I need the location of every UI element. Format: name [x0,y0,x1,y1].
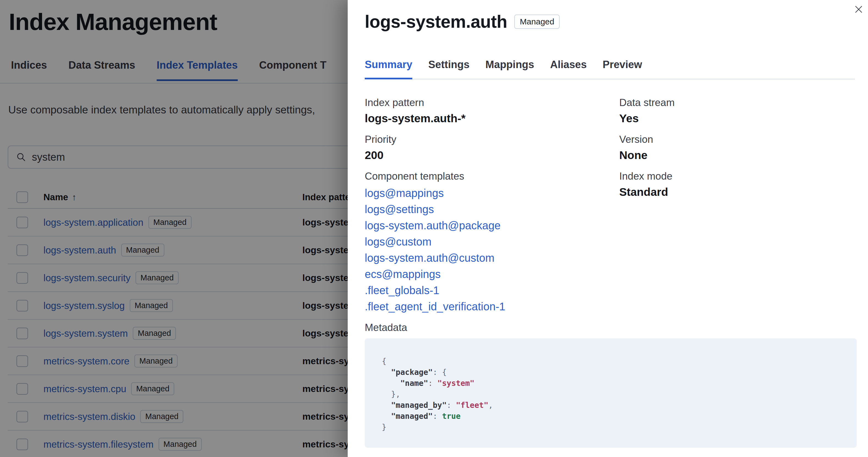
component-template-links: logs@mappingslogs@settingslogs-system.au… [365,185,619,315]
component-template-link[interactable]: logs@mappings [365,185,619,201]
flyout-tab-mappings[interactable]: Mappings [486,59,534,79]
summary-label: Version [619,133,855,145]
close-button[interactable] [852,3,865,16]
summary-right-column: Data streamYesVersionNoneIndex modeStand… [619,97,855,207]
code-line: }, [382,389,846,400]
summary-value: Yes [619,111,855,125]
summary-grid: Index patternlogs-system.auth-*Priority2… [365,97,855,315]
component-template-link[interactable]: .fleet_agent_id_verification-1 [365,298,619,315]
close-icon [855,5,863,13]
summary-label: Component templates [365,170,619,182]
flyout-tabs: SummarySettingsMappingsAliasesPreview [365,59,855,79]
summary-label: Index pattern [365,97,619,109]
code-line: "package": { [382,367,846,378]
component-template-link[interactable]: ecs@mappings [365,266,619,282]
flyout-tab-summary[interactable]: Summary [365,59,412,79]
summary-label: Data stream [619,97,855,109]
code-line: "managed": true [382,411,846,422]
managed-badge: Managed [514,14,560,29]
component-template-link[interactable]: logs@settings [365,201,619,218]
summary-value: logs-system.auth-* [365,111,619,125]
component-template-link[interactable]: logs-system.auth@custom [365,250,619,266]
summary-label: Index mode [619,170,855,182]
summary-value: None [619,148,855,162]
code-line: "managed_by": "fleet", [382,400,846,411]
flyout-title: logs-system.auth [365,11,507,32]
flyout-tab-preview[interactable]: Preview [603,59,642,79]
summary-value: Standard [619,185,855,199]
summary-value: 200 [365,148,619,162]
code-line: } [382,422,846,433]
screen: Index Management IndicesData StreamsInde… [0,0,868,457]
component-template-link[interactable]: logs@custom [365,234,619,250]
flyout-header: logs-system.auth Managed [365,11,560,32]
code-line: "name": "system" [382,378,846,389]
flyout-tab-aliases[interactable]: Aliases [550,59,587,79]
code-line: { [382,356,846,367]
metadata-label: Metadata [365,322,407,333]
summary-left-column: Index patternlogs-system.auth-*Priority2… [365,97,619,315]
component-template-link[interactable]: .fleet_globals-1 [365,282,619,298]
metadata-code-block: { "package": { "name": "system" }, "mana… [365,338,857,448]
component-template-link[interactable]: logs-system.auth@package [365,218,619,234]
template-details-flyout: logs-system.auth Managed SummarySettings… [348,0,868,457]
flyout-tab-settings[interactable]: Settings [428,59,469,79]
summary-label: Priority [365,133,619,145]
